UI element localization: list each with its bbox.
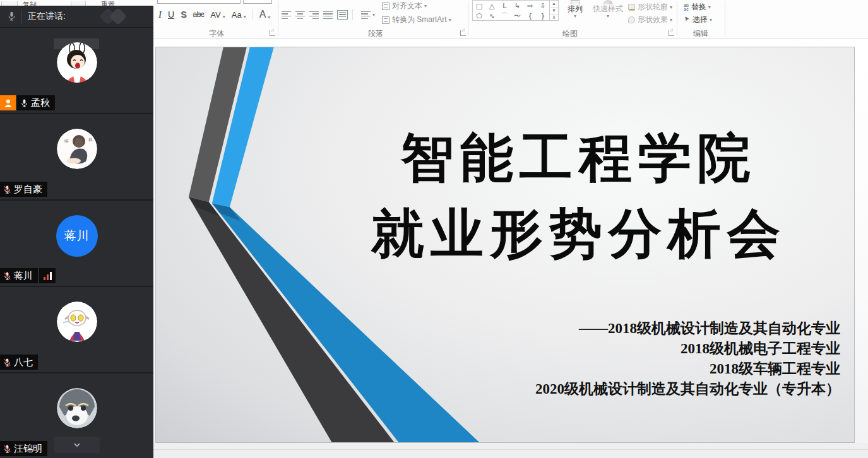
arrange-icon-clipped bbox=[571, 0, 580, 4]
subtitle-line: 2018级机械电子工程专业 bbox=[535, 339, 840, 359]
group-separator bbox=[725, 1, 725, 37]
align-center-icon[interactable] bbox=[295, 11, 305, 19]
participant-name-badge: 蒋川 bbox=[0, 268, 38, 283]
mic-muted-icon bbox=[3, 185, 12, 194]
shape-effects-button[interactable]: 形状效果 bbox=[628, 15, 672, 25]
group-separator bbox=[468, 1, 468, 37]
italic-button[interactable]: I bbox=[158, 9, 162, 20]
reset-button-clipped[interactable]: 重置 bbox=[101, 0, 115, 6]
shape-curve-icon[interactable]: 〜 bbox=[514, 11, 521, 21]
mic-icon bbox=[20, 98, 29, 108]
speaking-label: 正在讲话: bbox=[28, 11, 66, 22]
subtitle-line: ——2018级机械设计制造及其自动化专业 bbox=[535, 319, 840, 339]
shapes-gallery: □ △ L ↳ ⇨ ⇩ ⬠ ∿ ⌒ 〜 { } ▲▼⊻ bbox=[472, 0, 559, 21]
screen: 复制 重置 I U S abc AV Aa A 字体 bbox=[0, 0, 868, 458]
shape-outline-icon bbox=[628, 4, 635, 11]
person-icon bbox=[3, 98, 13, 108]
meeting-panel-header[interactable]: 正在讲话: bbox=[0, 6, 153, 27]
participant-name: 八七 bbox=[14, 356, 33, 368]
group-separator bbox=[278, 1, 278, 37]
participant-name: 蒋川 bbox=[14, 270, 33, 282]
paragraph-group-label: 段落 bbox=[368, 28, 383, 39]
title-line-2: 就业形势分析会 bbox=[276, 196, 855, 272]
line-spacing-icon[interactable] bbox=[361, 11, 375, 19]
slide-title-textbox[interactable]: 智能工程学院 就业形势分析会 bbox=[276, 120, 855, 272]
meeting-app-logo bbox=[98, 8, 136, 25]
align-right-icon[interactable] bbox=[309, 11, 319, 19]
shape-left-brace-icon[interactable]: { bbox=[528, 12, 532, 20]
shape-freeform-icon[interactable]: ⬠ bbox=[476, 12, 482, 20]
justify-icon[interactable] bbox=[323, 11, 333, 19]
replace-icon: abac bbox=[684, 4, 689, 11]
shape-right-arrow-icon[interactable]: ⇨ bbox=[527, 2, 533, 10]
ppt-ribbon: I U S abc AV Aa A 字体 对齐文本 转换为 SmartArt 段… bbox=[153, 0, 868, 38]
svg-text:科: 科 bbox=[88, 138, 93, 142]
participant-tile[interactable]: 孟秋 bbox=[0, 28, 153, 113]
drawing-group-label: 绘图 bbox=[562, 28, 578, 39]
replace-button[interactable]: abac替换 bbox=[684, 2, 711, 13]
shape-elbow-arrow-icon[interactable]: ↳ bbox=[514, 2, 520, 10]
font-group-label: 字体 bbox=[209, 28, 224, 39]
mic-muted-icon bbox=[3, 444, 12, 454]
shape-right-brace-icon[interactable]: } bbox=[540, 12, 545, 20]
editing-group-label: 编辑 bbox=[693, 28, 708, 39]
character-spacing-button[interactable]: AV bbox=[210, 10, 225, 20]
participant-tile[interactable]: 绯科 罗自豪 bbox=[0, 114, 153, 199]
font-name-combobox-clipped[interactable] bbox=[157, 0, 241, 4]
subtitle-line: 2018级车辆工程专业 bbox=[535, 359, 840, 379]
participant-name-badge: 八七 bbox=[0, 355, 38, 370]
participant-tile[interactable]: 蒋川 蒋川 bbox=[0, 201, 153, 286]
shape-outline-button[interactable]: 形状轮廓 bbox=[628, 2, 672, 13]
font-size-combobox-clipped[interactable] bbox=[243, 0, 272, 4]
arrange-button[interactable]: 排列▾ bbox=[562, 0, 588, 19]
shape-arc-icon[interactable]: ⌒ bbox=[501, 11, 508, 21]
separator bbox=[253, 9, 253, 20]
avatar bbox=[57, 302, 97, 342]
drawing-dialog-launcher-icon[interactable] bbox=[669, 30, 674, 36]
underline-button[interactable]: U bbox=[168, 9, 174, 20]
participant-list: 孟秋 绯科 罗自豪 bbox=[0, 28, 153, 458]
chevron-down-icon bbox=[72, 440, 82, 450]
below-slide-strip bbox=[153, 443, 868, 458]
slide[interactable]: 智能工程学院 就业形势分析会 ——2018级机械设计制造及其自动化专业 2018… bbox=[155, 47, 855, 443]
separator bbox=[352, 9, 353, 20]
shape-l-icon[interactable]: L bbox=[502, 2, 506, 10]
avatar bbox=[57, 42, 97, 83]
participant-name: 汪锦明 bbox=[14, 443, 42, 455]
shapes-gallery-scrollbar[interactable]: ▲▼⊻ bbox=[549, 1, 558, 20]
clipped-button-frame bbox=[1, 1, 18, 6]
paragraph-dialog-launcher-icon[interactable] bbox=[460, 30, 466, 36]
quick-styles-button[interactable]: 快速样式▾ bbox=[590, 0, 626, 19]
shape-scribble-icon[interactable]: ∿ bbox=[489, 12, 495, 20]
smartart-icon bbox=[382, 16, 389, 24]
select-button[interactable]: 选择 bbox=[684, 15, 712, 25]
distribute-text-icon[interactable] bbox=[337, 10, 348, 20]
title-line-1: 智能工程学院 bbox=[276, 120, 855, 196]
shape-down-arrow-icon[interactable]: ⇩ bbox=[540, 2, 545, 10]
participant-name: 孟秋 bbox=[31, 97, 50, 109]
shape-effects-icon bbox=[628, 16, 635, 23]
convert-smartart-button[interactable]: 转换为 SmartArt bbox=[382, 14, 451, 26]
scroll-more-participants-button[interactable] bbox=[54, 437, 100, 453]
text-shadow-button[interactable]: S bbox=[181, 9, 186, 20]
strikethrough-button[interactable]: abc bbox=[193, 10, 204, 19]
mic-muted-icon bbox=[3, 271, 12, 281]
shape-rectangle-icon[interactable]: □ bbox=[476, 2, 482, 10]
paragraph-group-column2: 对齐文本 转换为 SmartArt bbox=[382, 0, 451, 26]
paragraph-group-buttons bbox=[282, 9, 375, 20]
copy-button-clipped[interactable]: 复制 bbox=[23, 0, 37, 6]
clipped-button-frame bbox=[71, 1, 86, 6]
select-cursor-icon bbox=[684, 16, 690, 24]
change-case-button[interactable]: Aa bbox=[232, 10, 246, 20]
slide-subtitle-textbox[interactable]: ——2018级机械设计制造及其自动化专业 2018级机械电子工程专业 2018级… bbox=[535, 319, 840, 399]
align-left-icon[interactable] bbox=[282, 11, 291, 19]
participant-tile[interactable]: 汪锦明 bbox=[0, 373, 153, 458]
participant-tile[interactable]: 八七 bbox=[0, 287, 153, 372]
font-color-button[interactable]: A bbox=[259, 9, 271, 20]
align-text-icon bbox=[382, 3, 389, 10]
font-dialog-launcher-icon[interactable] bbox=[270, 30, 275, 36]
shape-triangle-icon[interactable]: △ bbox=[489, 2, 494, 10]
align-text-button[interactable]: 对齐文本 bbox=[382, 0, 451, 12]
participant-name-badge: 孟秋 bbox=[17, 95, 55, 110]
participant-name-badge: 汪锦明 bbox=[0, 441, 47, 456]
